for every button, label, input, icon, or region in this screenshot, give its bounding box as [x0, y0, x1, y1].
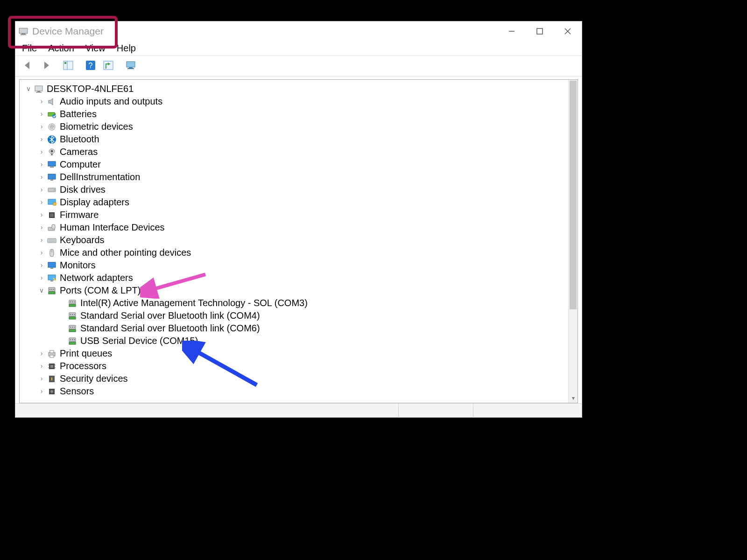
tree-item-cat-12[interactable]: › Mice and other pointing devices	[23, 246, 568, 259]
tree-item-cat-17[interactable]: › Processors	[23, 360, 568, 372]
expander-icon[interactable]: ›	[36, 246, 47, 259]
menu-help[interactable]: Help	[117, 43, 136, 54]
tree-item-cat-8[interactable]: › Display adapters	[23, 196, 568, 209]
svg-point-57	[72, 301, 73, 302]
menubar: File Action View Help	[15, 41, 582, 56]
svg-point-62	[72, 314, 73, 315]
tree-item-label: Standard Serial over Bluetooth link (COM…	[80, 322, 260, 335]
svg-rect-45	[48, 262, 56, 267]
tree-item-port-3[interactable]: USB Serial Device (COM15)	[23, 335, 568, 347]
svg-text:?: ?	[89, 62, 93, 70]
menu-view[interactable]: View	[85, 43, 106, 54]
expander-icon[interactable]: ›	[36, 146, 47, 158]
scroll-down-button[interactable]: ▾	[569, 393, 578, 403]
tree-item-port-0[interactable]: Intel(R) Active Management Technology - …	[23, 297, 568, 309]
tree-item-cat-14[interactable]: › Network adapters	[23, 272, 568, 284]
svg-rect-12	[104, 61, 113, 70]
expander-icon[interactable]: ›	[36, 120, 47, 133]
svg-rect-14	[127, 62, 135, 67]
tree-item-cat-18[interactable]: › Security devices	[23, 372, 568, 385]
scrollbar-thumb[interactable]	[570, 81, 577, 309]
tree-item-label: Processors	[60, 360, 106, 372]
chip-icon	[47, 210, 57, 220]
expander-icon[interactable]: ›	[36, 221, 47, 234]
tree-item-cat-4[interactable]: › Cameras	[23, 146, 568, 158]
tree-item-port-1[interactable]: Standard Serial over Bluetooth link (COM…	[23, 309, 568, 322]
printer-icon	[47, 349, 57, 359]
svg-rect-78	[50, 365, 53, 368]
tree-item-cat-13[interactable]: › Monitors	[23, 259, 568, 272]
close-button[interactable]	[554, 21, 582, 41]
tree-item-cat-3[interactable]: › Bluetooth	[23, 133, 568, 146]
expander-icon[interactable]: ›	[36, 133, 47, 146]
tree-item-cat-7[interactable]: › Disk drives	[23, 183, 568, 196]
expander-icon[interactable]: ›	[36, 108, 47, 120]
expander-icon[interactable]: ›	[36, 183, 47, 196]
menu-action[interactable]: Action	[48, 43, 74, 54]
expander-icon[interactable]: ›	[36, 158, 47, 171]
arrow-left-icon	[22, 59, 34, 73]
svg-rect-31	[50, 180, 53, 181]
expander-icon[interactable]: ∨	[23, 83, 34, 95]
expander-icon[interactable]: ›	[36, 171, 47, 183]
scan-hardware-button[interactable]	[100, 58, 116, 74]
tree-item-cat-6[interactable]: › DellInstrumentation	[23, 171, 568, 183]
back-button[interactable]	[20, 58, 36, 74]
svg-rect-28	[48, 161, 56, 166]
tree-item-cat-19[interactable]: › Sensors	[23, 385, 568, 398]
help-button[interactable]: ?	[83, 58, 99, 74]
tree-item-cat-1[interactable]: › Batteries	[23, 108, 568, 120]
remote-computer-button[interactable]	[123, 58, 139, 74]
tree-item-cat-15[interactable]: ∨ Ports (COM & LPT)	[23, 284, 568, 297]
tree-item-label: Firmware	[60, 209, 99, 221]
scrollbar[interactable]: ▴ ▾	[568, 80, 578, 403]
svg-rect-48	[50, 280, 53, 281]
tree-item-cat-5[interactable]: › Computer	[23, 158, 568, 171]
expander-icon[interactable]: ›	[36, 259, 47, 272]
expander-icon[interactable]: ∨	[36, 284, 47, 297]
tree-item-root[interactable]: ∨ DESKTOP-4NLFE61	[23, 83, 568, 95]
tree-item-label: Intel(R) Active Management Technology - …	[80, 297, 308, 309]
tree-panel: ∨ DESKTOP-4NLFE61 › Audio inputs and out…	[19, 79, 578, 403]
port-icon	[67, 323, 78, 334]
tree-item-cat-10[interactable]: › Human Interface Devices	[23, 221, 568, 234]
expander-icon[interactable]: ›	[36, 385, 47, 398]
svg-rect-2	[20, 35, 26, 35]
expander-icon[interactable]: ›	[36, 360, 47, 372]
tree-item-cat-16[interactable]: › Print queues	[23, 347, 568, 360]
stage: Device Manager File Action View Help	[0, 0, 747, 560]
toolbar: ?	[15, 56, 582, 77]
svg-rect-19	[36, 92, 42, 93]
tree-item-label: Bluetooth	[60, 133, 99, 146]
forward-button[interactable]	[38, 58, 54, 74]
expander-icon[interactable]: ›	[36, 209, 47, 221]
minimize-button[interactable]	[498, 21, 526, 41]
network-icon	[47, 273, 57, 283]
svg-rect-39	[52, 224, 55, 229]
console-tree-icon	[62, 59, 74, 73]
svg-rect-76	[50, 355, 54, 357]
tree-item-port-2[interactable]: Standard Serial over Bluetooth link (COM…	[23, 322, 568, 335]
tree-item-cat-9[interactable]: › Firmware	[23, 209, 568, 221]
expander-icon[interactable]: ›	[36, 95, 47, 108]
menu-file[interactable]: File	[22, 43, 37, 54]
svg-rect-17	[35, 86, 42, 91]
expander-icon[interactable]: ›	[36, 234, 47, 246]
tree-item-cat-11[interactable]: › Keyboards	[23, 234, 568, 246]
remote-computer-icon	[125, 59, 137, 73]
tree-item-cat-0[interactable]: › Audio inputs and outputs	[23, 95, 568, 108]
expander-icon[interactable]: ›	[36, 196, 47, 209]
expander-icon[interactable]: ›	[36, 372, 47, 385]
expander-icon[interactable]: ›	[36, 347, 47, 360]
svg-rect-75	[50, 350, 54, 353]
show-hide-tree-button[interactable]	[60, 58, 76, 74]
device-tree[interactable]: ∨ DESKTOP-4NLFE61 › Audio inputs and out…	[20, 80, 568, 403]
tree-item-label: Audio inputs and outputs	[60, 95, 162, 108]
computer-icon	[47, 160, 57, 170]
svg-point-51	[49, 289, 50, 290]
expander-icon[interactable]: ›	[36, 272, 47, 284]
tree-item-cat-2[interactable]: › Biometric devices	[23, 120, 568, 133]
maximize-button[interactable]	[526, 21, 554, 41]
tree-item-label: Ports (COM & LPT)	[60, 284, 141, 297]
svg-point-66	[70, 327, 71, 328]
